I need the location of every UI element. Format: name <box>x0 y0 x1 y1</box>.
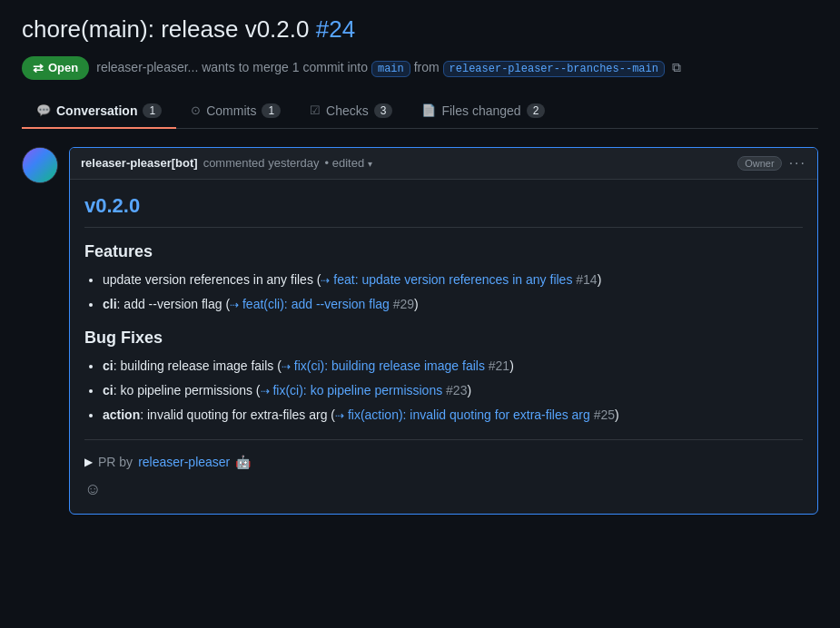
tab-files-changed[interactable]: 📄 Files changed 2 <box>407 94 559 129</box>
list-item: action: invalid quoting for extra-files … <box>103 406 803 425</box>
comment-box: releaser-pleaser[bot] commented yesterda… <box>69 147 818 515</box>
comment-divider <box>84 439 803 440</box>
edit-arrow-icon: ▾ <box>368 159 372 169</box>
merge-icon: ⇄ <box>33 61 44 75</box>
tabs-row: 💬 Conversation 1 ⊙ Commits 1 ☑ Checks 3 … <box>22 94 818 129</box>
edit-indicator: • edited ▾ <box>325 156 372 170</box>
open-badge-label: Open <box>48 61 78 74</box>
target-branch: main <box>371 61 410 77</box>
tab-checks-count: 3 <box>374 103 393 118</box>
comment-author: releaser-pleaser[bot] <box>81 156 198 170</box>
edited-text: • edited <box>325 156 365 170</box>
feature-link-1[interactable]: feat: update version references in any f… <box>333 272 572 287</box>
owner-tag: Owner <box>737 156 781 171</box>
tab-checks-label: Checks <box>326 103 369 118</box>
bot-emoji: 🤖 <box>235 455 251 469</box>
features-list: update version references in any files (… <box>103 270 803 314</box>
open-badge: ⇄ Open <box>22 56 89 80</box>
pr-author-link[interactable]: releaser-pleaser <box>138 455 230 469</box>
bugfix-link-1[interactable]: fix(ci): building release image fails <box>294 358 485 373</box>
bugfix-link-2[interactable]: fix(ci): ko pipeline permissions <box>272 383 442 397</box>
status-action: wants to merge 1 commit into <box>202 60 368 74</box>
commit-icon: ⇢ <box>230 299 239 311</box>
features-heading: Features <box>84 242 803 261</box>
pr-number: #24 <box>316 15 355 43</box>
comment-body: v0.2.0 Features update version reference… <box>70 180 817 514</box>
checks-icon: ☑ <box>310 103 321 117</box>
tab-conversation-count: 1 <box>143 103 162 118</box>
expand-arrow-icon[interactable]: ▶ <box>84 456 93 468</box>
commit-icon: ⇢ <box>282 360 291 373</box>
conversation-icon: 💬 <box>36 103 51 117</box>
tab-checks[interactable]: ☑ Checks 3 <box>295 94 407 129</box>
emoji-reaction-area: ☺ <box>84 469 803 499</box>
tab-commits-count: 1 <box>262 103 281 118</box>
comment-header-left: releaser-pleaser[bot] commented yesterda… <box>81 156 372 170</box>
tab-conversation[interactable]: 💬 Conversation 1 <box>22 94 176 129</box>
list-item: ci: ko pipeline permissions (⇢ fix(ci): … <box>103 381 803 400</box>
tab-files-label: Files changed <box>441 103 520 118</box>
comment-header: releaser-pleaser[bot] commented yesterda… <box>70 148 817 180</box>
status-row: ⇄ Open releaser-pleaser... wants to merg… <box>22 56 818 80</box>
list-item: cli: add --version flag (⇢ feat(cli): ad… <box>103 295 803 314</box>
list-item: ci: building release image fails (⇢ fix(… <box>103 357 803 376</box>
page-container: chore(main): release v0.2.0 #24 ⇄ Open r… <box>0 0 840 529</box>
pr-title-text: chore(main): release v0.2.0 <box>22 15 309 43</box>
bugfix-link-3[interactable]: fix(action): invalid quoting for extra-f… <box>348 407 590 422</box>
from-text: from <box>414 60 443 74</box>
comment-header-right: Owner ··· <box>737 155 806 172</box>
list-item: update version references in any files (… <box>103 270 803 289</box>
comment-author-name: releaser-pleaser[bot] <box>81 156 198 170</box>
tab-commits-label: Commits <box>206 103 256 118</box>
tab-conversation-label: Conversation <box>56 103 137 118</box>
commit-icon: ⇢ <box>261 385 270 397</box>
bugfixes-heading: Bug Fixes <box>84 329 803 348</box>
pr-title: chore(main): release v0.2.0 #24 <box>22 15 818 45</box>
comment-area: releaser-pleaser[bot] commented yesterda… <box>22 147 818 515</box>
commits-icon: ⊙ <box>191 103 201 117</box>
files-icon: 📄 <box>421 103 436 117</box>
tab-files-count: 2 <box>527 103 546 118</box>
pr-by-line: ▶ PR by releaser-pleaser 🤖 <box>84 455 803 469</box>
pr-by-prefix: PR by <box>98 455 133 469</box>
commit-icon: ⇢ <box>321 274 330 287</box>
bugfixes-list: ci: building release image fails (⇢ fix(… <box>103 357 803 425</box>
avatar <box>22 147 58 183</box>
pr-author: releaser-pleaser... <box>96 60 198 74</box>
tab-commits[interactable]: ⊙ Commits 1 <box>176 94 295 129</box>
feature-link-2[interactable]: feat(cli): add --version flag <box>242 297 390 311</box>
copy-icon[interactable]: ⧉ <box>672 60 681 75</box>
source-branch: releaser-pleaser--branches--main <box>443 61 665 77</box>
commit-icon: ⇢ <box>335 409 344 422</box>
avatar-image <box>23 147 57 183</box>
reaction-button[interactable]: ☺ <box>84 480 101 499</box>
version-title: v0.2.0 <box>84 194 803 228</box>
status-text: releaser-pleaser... wants to merge 1 com… <box>96 60 665 75</box>
more-options-button[interactable]: ··· <box>789 155 806 172</box>
comment-action: commented yesterday <box>203 156 320 170</box>
